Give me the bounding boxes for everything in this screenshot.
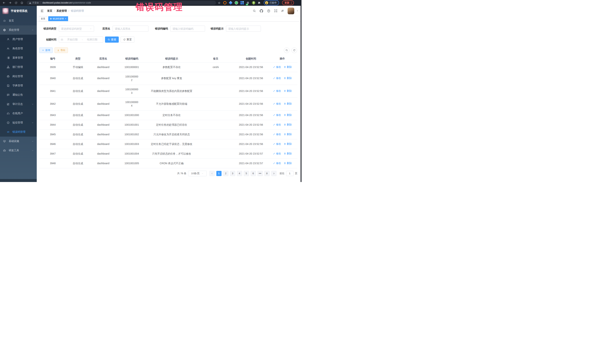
browser-profile-chip[interactable]: 已暂停 (264, 0, 279, 5)
page-button[interactable]: 2 (223, 171, 228, 176)
date-start-placeholder[interactable]: 开始日期 (63, 38, 81, 41)
font-size-icon[interactable]: tT (281, 9, 284, 12)
delete-link[interactable]: 删除 (284, 123, 292, 126)
page-ellipsis-button[interactable]: ••• (257, 171, 263, 176)
address-bar[interactable]: 不安全 dashboard.yudao.iocoder.cn/system/er… (27, 1, 216, 5)
sidebar-item-infra[interactable]: 基础设施 (0, 137, 37, 146)
security-label[interactable]: 不安全 (32, 1, 39, 4)
extension-grid-icon[interactable] (241, 1, 244, 4)
page-url[interactable]: dashboard.yudao.iocoder.cn/system/error-… (43, 1, 91, 4)
page-size-select[interactable]: 10条/页 (188, 171, 207, 176)
delete-link[interactable]: 删除 (284, 102, 292, 105)
breadcrumb-home[interactable]: 首页 (47, 9, 52, 13)
tab-home[interactable]: 首页 (39, 16, 47, 21)
extension-blue-gem-icon[interactable] (229, 1, 232, 5)
sidebar-item-user[interactable]: 用户管理 (0, 35, 37, 44)
tab-error-code[interactable]: 错误码管理 × (48, 16, 68, 21)
sidebar-item-dev-tools[interactable]: 研发工具 (0, 146, 37, 155)
delete-link[interactable]: 删除 (284, 132, 292, 136)
page-button[interactable]: 6 (251, 171, 256, 176)
app-name-input[interactable] (115, 27, 146, 30)
sidebar-item-system[interactable]: 系统管理 (0, 25, 37, 35)
app-logo-row[interactable]: 芋道管理系统 (0, 6, 37, 16)
error-code-field[interactable] (170, 26, 205, 32)
browser-menu-kebab-icon[interactable] (291, 1, 292, 4)
chevron-down-icon (32, 103, 34, 105)
add-button[interactable]: 新增 (39, 47, 53, 53)
sidebar-item-online-user[interactable]: 在线用户 (0, 109, 37, 118)
bookmark-star-icon[interactable] (218, 1, 220, 4)
extension-person-icon[interactable] (252, 1, 255, 4)
edit-link[interactable]: 修改 (273, 102, 281, 105)
github-icon[interactable] (260, 9, 263, 13)
page-button[interactable]: 8 (264, 171, 270, 176)
error-type-select-input[interactable] (61, 27, 90, 30)
sidebar-item-notice[interactable]: 通知公告 (0, 90, 37, 99)
edit-link[interactable]: 修改 (273, 152, 281, 155)
delete-link[interactable]: 删除 (284, 65, 292, 69)
extensions-puzzle-icon[interactable] (258, 1, 261, 4)
page-button[interactable]: 5 (244, 171, 249, 176)
user-avatar[interactable] (288, 8, 294, 14)
edit-link[interactable]: 修改 (273, 142, 281, 146)
sidebar-item-home[interactable]: 首页 (0, 16, 37, 25)
error-type-select[interactable] (59, 26, 94, 32)
chevron-up-icon (32, 29, 34, 31)
page-button-active[interactable]: 1 (216, 171, 221, 176)
sidebar-item-dict[interactable]: 字典管理 (0, 81, 37, 90)
header-search-icon[interactable] (253, 9, 256, 12)
goto-page-input[interactable] (286, 171, 293, 176)
prev-page-button[interactable] (209, 171, 215, 176)
date-end-placeholder[interactable]: 结束日期 (83, 38, 101, 41)
export-button[interactable]: 导出 (55, 47, 68, 53)
edit-link[interactable]: 修改 (273, 132, 281, 136)
refresh-table-button[interactable] (291, 47, 297, 53)
reset-button[interactable]: 重置 (121, 36, 134, 43)
error-hint-input[interactable] (228, 27, 259, 30)
edit-link[interactable]: 修改 (273, 65, 281, 69)
browser-home-button[interactable] (20, 0, 24, 5)
sidebar-item-audit-log[interactable]: 审计日志 (0, 99, 37, 109)
avatar-caret-down-icon[interactable] (296, 10, 299, 12)
delete-link[interactable]: 删除 (284, 113, 292, 117)
page-button[interactable]: 3 (230, 171, 235, 176)
edit-link[interactable]: 修改 (273, 161, 281, 165)
error-code-input[interactable] (173, 27, 203, 30)
delete-link[interactable]: 删除 (284, 152, 292, 155)
sidebar-collapse-button[interactable] (40, 9, 45, 13)
window-scrollbar-edge[interactable] (301, 6, 302, 182)
delete-link[interactable]: 删除 (284, 89, 292, 93)
sidebar-item-sms[interactable]: 短信管理 (0, 118, 37, 127)
extension-green-circle-icon[interactable] (235, 1, 238, 4)
sidebar-item-post[interactable]: 岗位管理 (0, 72, 37, 81)
breadcrumb-system[interactable]: 系统管理 (56, 9, 67, 13)
next-page-button[interactable] (271, 171, 277, 176)
edit-link[interactable]: 修改 (273, 123, 281, 126)
browser-back-button[interactable] (2, 0, 6, 5)
browser-update-button[interactable]: 更新 (282, 0, 294, 5)
extension-list-icon[interactable]: on (246, 1, 250, 4)
app-name-field[interactable] (113, 26, 149, 32)
sidebar-item-menu[interactable]: 菜单管理 (0, 53, 37, 62)
delete-link[interactable]: 删除 (284, 142, 292, 146)
fullscreen-icon[interactable] (274, 9, 277, 12)
edit-link[interactable]: 修改 (273, 76, 281, 80)
browser-reload-button[interactable] (14, 0, 18, 5)
page-button[interactable]: 4 (237, 171, 242, 176)
extension-orange-ring-icon[interactable] (223, 1, 227, 4)
edit-link[interactable]: 修改 (273, 89, 281, 93)
delete-link[interactable]: 删除 (284, 161, 292, 165)
edit-link[interactable]: 修改 (273, 113, 281, 117)
sidebar-item-error-code[interactable]: 错误码管理 (0, 127, 37, 137)
date-range-picker[interactable]: 开始日期 - 结束日期 (59, 36, 103, 43)
tab-close-icon[interactable]: × (65, 18, 66, 20)
toggle-search-button[interactable] (284, 47, 290, 53)
delete-link[interactable]: 删除 (284, 76, 292, 80)
browser-forward-button[interactable] (8, 0, 12, 5)
sidebar-item-role[interactable]: 角色管理 (0, 44, 37, 53)
cell-id: 3943 (39, 110, 66, 120)
sidebar-item-dept[interactable]: 部门管理 (0, 62, 37, 72)
help-icon[interactable] (267, 9, 270, 13)
search-button[interactable]: 搜索 (105, 36, 119, 43)
error-hint-field[interactable] (226, 26, 261, 32)
